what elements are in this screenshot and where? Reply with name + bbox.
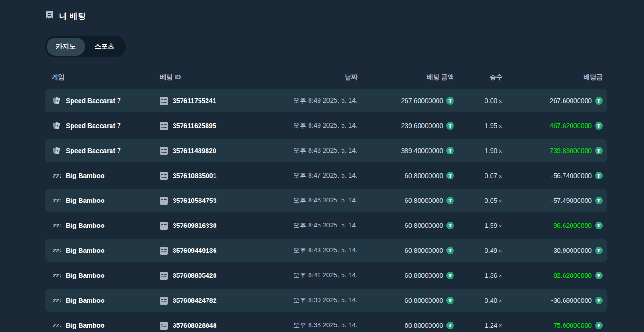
payout-amount: -36.68000000 bbox=[551, 297, 592, 304]
game-name[interactable]: Speed Baccarat 7 bbox=[66, 97, 121, 105]
table-row[interactable]: 777 Big Bamboo 357608805420 오후 8:41 2025… bbox=[45, 264, 607, 287]
column-header-game: 게임 bbox=[52, 73, 160, 81]
bet-id[interactable]: 357611489820 bbox=[173, 147, 216, 154]
playing-cards-icon bbox=[52, 96, 61, 105]
betslip-icon bbox=[160, 247, 168, 255]
tether-icon: ₮ bbox=[595, 297, 603, 304]
multiplier-value: 1.24 bbox=[485, 322, 497, 329]
bet-amount: 60.80000000 bbox=[405, 197, 443, 204]
table-row[interactable]: 777 Big Bamboo 357608424782 오후 8:39 2025… bbox=[45, 289, 607, 312]
bet-type-tabs: 카지노 스포츠 bbox=[45, 36, 126, 57]
tab-sports[interactable]: 스포츠 bbox=[85, 38, 124, 56]
betslip-icon bbox=[160, 322, 168, 330]
bet-amount: 239.60000000 bbox=[401, 122, 443, 130]
table-row[interactable]: 777 Big Bamboo 357610584753 오후 8:46 2025… bbox=[45, 189, 607, 212]
multiply-sign: × bbox=[498, 172, 502, 180]
table-row[interactable]: 777 Speed Baccarat 7 357611755241 오후 8:4… bbox=[45, 89, 607, 112]
slots-icon: 777 bbox=[52, 272, 61, 279]
multiply-sign: × bbox=[498, 297, 502, 305]
game-name[interactable]: Speed Baccarat 7 bbox=[66, 147, 121, 154]
game-name[interactable]: Big Bamboo bbox=[66, 272, 104, 279]
betslip-icon bbox=[160, 297, 168, 305]
tether-icon: ₮ bbox=[595, 172, 603, 179]
slots-icon: 777 bbox=[52, 247, 61, 254]
multiply-sign: × bbox=[498, 247, 502, 255]
betslip-icon bbox=[160, 147, 168, 155]
slots-icon: 777 bbox=[52, 172, 61, 179]
playing-cards-icon bbox=[52, 146, 61, 155]
tether-icon: ₮ bbox=[595, 247, 603, 254]
bet-id[interactable]: 357608028848 bbox=[173, 322, 216, 329]
tether-icon: ₮ bbox=[595, 272, 603, 279]
tether-icon: ₮ bbox=[446, 122, 454, 130]
game-name[interactable]: Big Bamboo bbox=[66, 197, 104, 204]
game-name[interactable]: Big Bamboo bbox=[66, 297, 104, 304]
table-row[interactable]: 777 Speed Baccarat 7 357611625895 오후 8:4… bbox=[45, 114, 607, 137]
playing-cards-icon bbox=[52, 121, 61, 130]
tether-icon: ₮ bbox=[446, 297, 454, 304]
bet-id[interactable]: 357609449136 bbox=[173, 247, 216, 254]
column-header-bet-amount: 베팅 금액 bbox=[358, 73, 454, 81]
game-name[interactable]: Big Bamboo bbox=[66, 172, 104, 179]
multiply-sign: × bbox=[498, 272, 502, 280]
bet-amount: 60.80000000 bbox=[405, 297, 443, 304]
tether-icon: ₮ bbox=[446, 222, 454, 229]
game-name[interactable]: Big Bamboo bbox=[66, 322, 104, 329]
bet-id[interactable]: 357609816330 bbox=[173, 222, 216, 229]
payout-amount: 739.83000000 bbox=[549, 147, 592, 154]
betslip-icon bbox=[160, 197, 168, 205]
bet-id[interactable]: 357610584753 bbox=[173, 197, 216, 204]
column-header-bet-id: 베팅 ID bbox=[160, 73, 268, 81]
my-bets-page: 내 베팅 카지노 스포츠 게임 베팅 ID 날짜 베팅 금액 승수 배당금 77… bbox=[0, 0, 607, 332]
page-header: 내 베팅 bbox=[45, 10, 607, 22]
multiply-sign: × bbox=[498, 222, 502, 230]
svg-text:777: 777 bbox=[52, 223, 61, 229]
bet-id[interactable]: 357608805420 bbox=[173, 272, 216, 279]
bet-id[interactable]: 357611625895 bbox=[173, 122, 216, 130]
bet-date: 오후 8:49 2025. 5. 14. bbox=[268, 97, 358, 105]
bet-id[interactable]: 357611755241 bbox=[173, 97, 216, 105]
tether-icon: ₮ bbox=[446, 322, 454, 329]
bet-date: 오후 8:45 2025. 5. 14. bbox=[268, 221, 358, 230]
table-row[interactable]: 777 Speed Baccarat 7 357611489820 오후 8:4… bbox=[45, 139, 607, 162]
svg-text:777: 777 bbox=[52, 298, 61, 304]
payout-amount: -30.90000000 bbox=[551, 247, 592, 254]
multiply-sign: × bbox=[498, 97, 502, 105]
table-row[interactable]: 777 Big Bamboo 357609816330 오후 8:45 2025… bbox=[45, 214, 607, 237]
table-row[interactable]: 777 Big Bamboo 357610835001 오후 8:47 2025… bbox=[45, 164, 607, 187]
tab-casino[interactable]: 카지노 bbox=[47, 38, 85, 56]
bet-id[interactable]: 357610835001 bbox=[173, 172, 216, 179]
svg-text:777: 777 bbox=[52, 198, 61, 204]
game-name[interactable]: Big Bamboo bbox=[66, 247, 104, 254]
tether-icon: ₮ bbox=[446, 97, 454, 105]
table-row[interactable]: 777 Big Bamboo 357608028848 오후 8:38 2025… bbox=[45, 314, 607, 332]
column-header-payout: 배당금 bbox=[502, 73, 603, 81]
payout-amount: 82.62000000 bbox=[553, 272, 592, 279]
svg-text:777: 777 bbox=[52, 173, 61, 179]
bet-date: 오후 8:47 2025. 5. 14. bbox=[268, 171, 358, 180]
bet-amount: 60.80000000 bbox=[405, 322, 443, 329]
payout-amount: -56.74000000 bbox=[551, 172, 592, 179]
game-name[interactable]: Speed Baccarat 7 bbox=[66, 122, 121, 130]
multiplier-value: 1.59 bbox=[485, 222, 497, 229]
receipt-icon bbox=[45, 10, 54, 22]
bet-date: 오후 8:38 2025. 5. 14. bbox=[268, 321, 358, 330]
betslip-icon bbox=[160, 272, 168, 280]
multiplier-value: 0.00 bbox=[485, 97, 497, 105]
bet-amount: 60.80000000 bbox=[405, 247, 443, 254]
table-row[interactable]: 777 Big Bamboo 357609449136 오후 8:43 2025… bbox=[45, 239, 607, 262]
bet-date: 오후 8:48 2025. 5. 14. bbox=[268, 146, 358, 155]
tether-icon: ₮ bbox=[446, 197, 454, 204]
bet-amount: 60.80000000 bbox=[405, 272, 443, 279]
payout-amount: -267.60000000 bbox=[548, 97, 592, 105]
table-header: 게임 베팅 ID 날짜 베팅 금액 승수 배당금 bbox=[45, 73, 607, 81]
game-name[interactable]: Big Bamboo bbox=[66, 222, 104, 229]
bet-id[interactable]: 357608424782 bbox=[173, 297, 216, 304]
payout-amount: 96.62000000 bbox=[553, 222, 592, 229]
slots-icon: 777 bbox=[52, 297, 61, 304]
multiplier-value: 0.07 bbox=[485, 172, 497, 179]
svg-text:777: 777 bbox=[52, 248, 61, 254]
tether-icon: ₮ bbox=[595, 222, 603, 229]
multiply-sign: × bbox=[498, 322, 502, 330]
payout-amount: 75.60000000 bbox=[553, 322, 592, 329]
